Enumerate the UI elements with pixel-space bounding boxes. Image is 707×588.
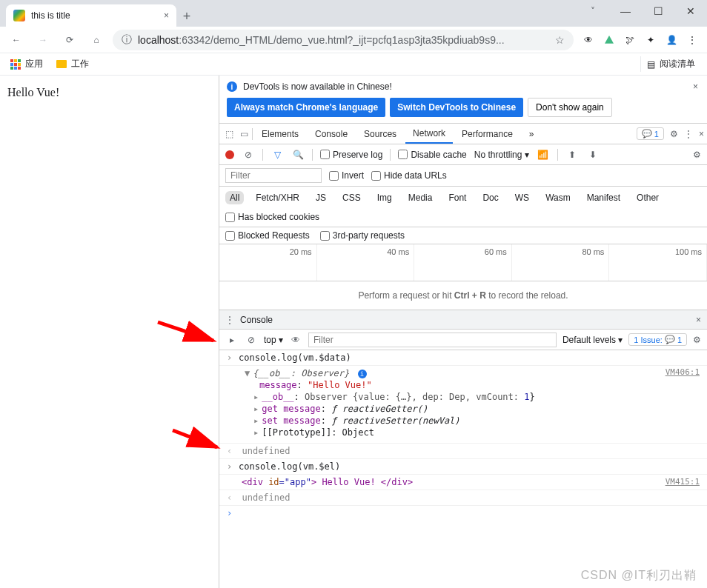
extensions-menu-icon[interactable]: ✦	[642, 31, 660, 49]
tab-sources[interactable]: Sources	[356, 124, 404, 144]
context-select[interactable]: top ▾	[264, 335, 283, 345]
disable-cache-checkbox[interactable]: Disable cache	[398, 150, 466, 160]
match-language-button[interactable]: Always match Chrome's language	[227, 98, 385, 117]
minimize-button[interactable]: —	[609, 0, 642, 22]
chevron-down-icon[interactable]: ˅	[577, 0, 609, 22]
language-banner: i DevTools is now available in Chinese! …	[219, 76, 707, 124]
triangle-right-icon[interactable]: ▸	[253, 404, 259, 414]
tab-performance[interactable]: Performance	[454, 124, 520, 144]
console-settings-icon[interactable]: ⚙	[693, 335, 701, 345]
network-filter-row-2: Blocked Requests 3rd-party requests	[219, 227, 707, 244]
vue-devtools-icon[interactable]	[600, 31, 618, 49]
extension-icon[interactable]: 👁	[580, 31, 597, 49]
network-timeline[interactable]: 20 ms 40 ms 60 ms 80 ms 100 ms	[219, 244, 707, 281]
clear-console-icon[interactable]: ⊘	[245, 335, 258, 345]
triangle-right-icon[interactable]: ▸	[253, 392, 259, 402]
filter-js[interactable]: JS	[311, 191, 331, 204]
triangle-right-icon[interactable]: ▸	[253, 427, 259, 438]
throttling-select[interactable]: No throttling ▾	[474, 150, 529, 160]
reading-list-button[interactable]: ▤ 阅读清单	[640, 56, 701, 72]
console-prompt[interactable]: ›	[219, 506, 707, 521]
reading-list-label: 阅读清单	[660, 58, 695, 70]
site-info-icon[interactable]: ⓘ	[122, 33, 132, 47]
issues-badge[interactable]: 💬 1	[637, 127, 664, 140]
home-button[interactable]: ⌂	[86, 30, 107, 50]
dont-show-button[interactable]: Don't show again	[528, 98, 612, 117]
console-drawer-close-icon[interactable]: ×	[696, 315, 701, 325]
filter-ws[interactable]: WS	[511, 191, 534, 204]
console-output-row: ‹ undefined	[219, 490, 707, 506]
filter-media[interactable]: Media	[404, 191, 437, 204]
console-filter-input[interactable]	[308, 333, 557, 347]
clear-icon[interactable]: ⊘	[242, 150, 255, 160]
preserve-log-checkbox[interactable]: Preserve log	[320, 150, 382, 160]
console-command: console.log(vm.$el)	[239, 461, 340, 472]
info-badge-icon[interactable]: i	[358, 370, 367, 378]
download-icon[interactable]: ⬇	[586, 150, 600, 160]
omnibox[interactable]: ⓘ localhost:63342/demo_HTML/demo_vue.htm…	[113, 30, 574, 50]
switch-language-button[interactable]: Switch DevTools to Chinese	[390, 98, 523, 117]
banner-message: DevTools is now available in Chinese!	[243, 81, 392, 92]
drawer-menu-icon[interactable]: ⋮	[225, 315, 234, 325]
filter-img[interactable]: Img	[373, 191, 396, 204]
tab-console[interactable]: Console	[308, 124, 355, 144]
tab-network[interactable]: Network	[405, 124, 453, 144]
upload-icon[interactable]: ⬆	[565, 150, 579, 160]
device-toggle-icon[interactable]: ▭	[237, 129, 250, 139]
filter-other[interactable]: Other	[632, 191, 663, 204]
wifi-icon[interactable]: 📶	[537, 150, 550, 160]
third-party-checkbox[interactable]: 3rd-party requests	[320, 230, 405, 241]
tab-title: this is title	[31, 10, 70, 21]
extension-icon-2[interactable]: 🕊	[621, 31, 639, 49]
star-icon[interactable]: ☆	[555, 34, 565, 46]
timeline-tick: 20 ms	[219, 244, 317, 281]
record-button[interactable]	[225, 150, 234, 159]
blocked-cookies-checkbox[interactable]: Has blocked cookies	[225, 212, 319, 222]
triangle-right-icon[interactable]: ▸	[253, 415, 259, 426]
console-body[interactable]: › console.log(vm.$data) ▼{__ob__: Observ…	[219, 350, 707, 588]
filter-all[interactable]: All	[225, 191, 244, 204]
timeline-tick: 100 ms	[609, 244, 707, 281]
more-icon[interactable]: ⋮	[684, 129, 693, 139]
network-settings-icon[interactable]: ⚙	[693, 150, 701, 160]
inspect-icon[interactable]: ⬚	[222, 129, 236, 139]
filter-toggle-icon[interactable]: ▽	[270, 150, 284, 160]
filter-css[interactable]: CSS	[338, 191, 365, 204]
close-icon[interactable]: ×	[164, 10, 169, 21]
menu-icon[interactable]: ⋮	[683, 31, 701, 49]
triangle-down-icon[interactable]: ▼	[245, 368, 250, 378]
browser-tab[interactable]: this is title ×	[6, 4, 176, 27]
close-window-button[interactable]: ✕	[674, 0, 707, 22]
invert-checkbox[interactable]: Invert	[329, 170, 364, 181]
console-sidebar-icon[interactable]: ▸	[225, 335, 239, 345]
maximize-button[interactable]: ☐	[642, 0, 674, 22]
filter-font[interactable]: Font	[444, 191, 471, 204]
bookmark-folder[interactable]: 工作	[52, 56, 93, 72]
network-filter-input[interactable]	[225, 168, 322, 183]
new-tab-button[interactable]: +	[176, 6, 197, 27]
more-tabs-icon[interactable]: »	[522, 124, 542, 144]
object-header[interactable]: {__ob__: Observer}	[253, 368, 349, 378]
log-source-link[interactable]: VM406:1	[665, 367, 707, 438]
hide-data-urls-checkbox[interactable]: Hide data URLs	[371, 170, 447, 181]
filter-fetch[interactable]: Fetch/XHR	[251, 191, 304, 204]
live-expression-icon[interactable]: 👁	[289, 335, 302, 345]
filter-doc[interactable]: Doc	[478, 191, 502, 204]
banner-close-icon[interactable]: ×	[693, 81, 698, 92]
blocked-requests-checkbox[interactable]: Blocked Requests	[225, 230, 310, 241]
apps-button[interactable]: 应用	[6, 56, 47, 72]
tab-elements[interactable]: Elements	[254, 124, 306, 144]
timeline-tick: 60 ms	[414, 244, 512, 281]
log-source-link[interactable]: VM415:1	[665, 477, 700, 487]
filter-wasm[interactable]: Wasm	[541, 191, 575, 204]
search-icon[interactable]: 🔍	[291, 150, 305, 160]
console-issues-badge[interactable]: 1 Issue: 💬 1	[628, 333, 687, 346]
log-levels-select[interactable]: Default levels ▾	[562, 335, 623, 345]
profile-icon[interactable]: 👤	[663, 31, 680, 49]
filter-manifest[interactable]: Manifest	[582, 191, 625, 204]
close-devtools-icon[interactable]: ×	[699, 129, 704, 139]
reload-button[interactable]: ⟳	[59, 30, 80, 50]
settings-icon[interactable]: ⚙	[670, 129, 678, 139]
back-button[interactable]: ←	[6, 30, 27, 50]
forward-button[interactable]: →	[33, 30, 53, 50]
